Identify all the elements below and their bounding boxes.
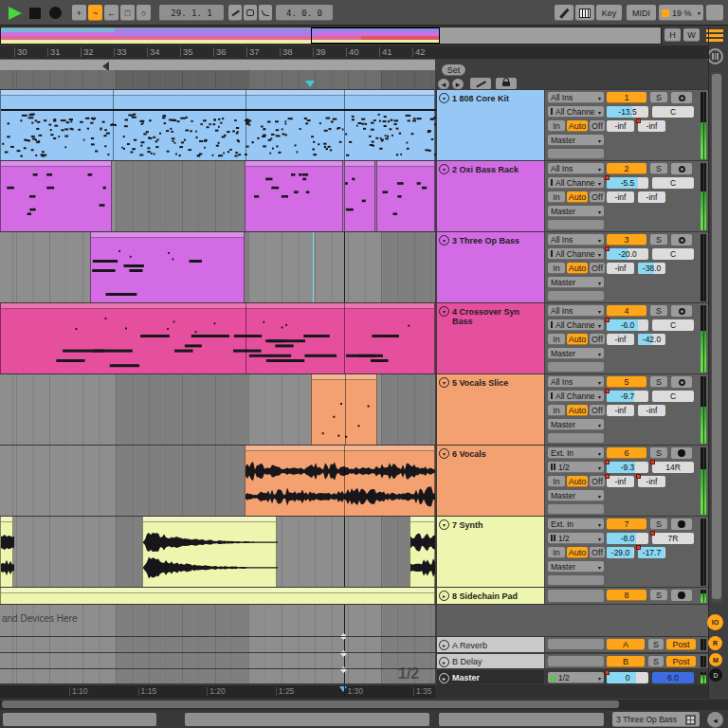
loop-button[interactable]	[244, 5, 257, 21]
send-a-box[interactable]: -inf	[607, 120, 634, 132]
solo-button[interactable]: S	[650, 519, 667, 530]
fold-icon[interactable]: ▸	[439, 640, 449, 650]
input-channel-chooser[interactable]: 1/2▾	[548, 462, 604, 473]
volume-box[interactable]: -9.7	[607, 391, 648, 402]
volume-box[interactable]: -6.0	[607, 319, 648, 331]
arrangement-position-display[interactable]: 29. 1. 1	[159, 5, 224, 21]
fold-icon[interactable]: ▾	[439, 377, 449, 388]
selected-track-chooser[interactable]: 3 Three Op Bass	[612, 712, 700, 727]
locator-marker-icon[interactable]	[305, 81, 315, 87]
master-volume[interactable]: 0	[607, 672, 648, 683]
monitor-auto-button[interactable]: Auto	[567, 263, 588, 274]
time-ruler[interactable]: 1:101:151:201:251:301:35	[0, 685, 435, 699]
output-chooser[interactable]: Master▾	[548, 277, 604, 288]
clip[interactable]	[410, 517, 435, 588]
clip[interactable]	[344, 161, 375, 232]
monitor-auto-button[interactable]: Auto	[567, 476, 588, 487]
capture-button[interactable]: ○	[136, 5, 151, 21]
punch-in-button[interactable]	[228, 5, 242, 21]
loop-length-display[interactable]: 4. 0. 0	[276, 5, 333, 21]
solo-button[interactable]: S	[650, 163, 667, 174]
vertical-scrollbar-handle[interactable]	[712, 74, 721, 599]
show-delay-toggle[interactable]: D	[709, 668, 722, 682]
volume-box[interactable]: -9.3	[607, 462, 648, 473]
return-a-solo-button[interactable]: S	[648, 639, 664, 650]
clip[interactable]	[245, 446, 435, 517]
send-b-box[interactable]: -inf	[638, 405, 665, 416]
volume-box[interactable]: -5.5	[607, 177, 648, 189]
solo-button[interactable]: S	[650, 376, 667, 388]
master-output-chooser[interactable]: 1/2 ▾	[548, 672, 604, 683]
track-activator[interactable]: 1	[607, 92, 646, 103]
return-a-header[interactable]: ▸ A Reverb	[437, 637, 544, 653]
track-activator[interactable]: 7	[607, 519, 646, 530]
automation-mode-button[interactable]: ~	[88, 5, 102, 21]
output-chooser[interactable]: Master▾	[548, 561, 604, 573]
re-enable-automation-button[interactable]: ←	[104, 5, 118, 21]
output-chooser[interactable]: Master▾	[548, 490, 604, 501]
clip[interactable]	[0, 517, 13, 588]
monitor-in-button[interactable]: In	[548, 120, 565, 132]
track-activator[interactable]: 3	[607, 234, 646, 246]
computer-midi-keyboard-button[interactable]	[575, 5, 594, 21]
send-b-box[interactable]: -inf	[638, 120, 665, 132]
input-type-chooser[interactable]: All Ins▾	[548, 92, 604, 103]
monitor-off-button[interactable]: Off	[590, 191, 605, 203]
pan-box[interactable]: C	[652, 319, 694, 331]
send-b-box[interactable]: -42.0	[638, 334, 665, 345]
fold-icon[interactable]: ▾	[439, 164, 449, 174]
cpu-load-meter[interactable]: 19 % ▾	[659, 5, 703, 21]
clip[interactable]	[142, 517, 277, 588]
track-activator[interactable]: 5	[607, 376, 646, 388]
monitor-off-button[interactable]: Off	[590, 120, 605, 132]
return-b-solo-button[interactable]: S	[648, 656, 664, 667]
fold-icon[interactable]: ▾	[439, 93, 449, 103]
return-a-io-box[interactable]	[548, 639, 604, 650]
monitor-auto-button[interactable]: Auto	[567, 405, 588, 416]
horizontal-scrollbar-handle[interactable]	[2, 701, 619, 708]
status-scroll-segment[interactable]	[3, 713, 156, 726]
height-zoom-button[interactable]: H	[664, 28, 681, 42]
output-chooser[interactable]: Master▾	[548, 419, 604, 430]
pan-box[interactable]: 14R	[652, 462, 694, 473]
arm-button[interactable]	[671, 234, 692, 246]
send-a-box[interactable]: -29.0	[607, 547, 634, 558]
pan-box[interactable]: C	[652, 391, 694, 402]
draw-mode-button[interactable]	[555, 5, 573, 21]
pan-box[interactable]: C	[652, 106, 694, 118]
fold-icon[interactable]: ▸	[439, 591, 449, 601]
solo-button[interactable]: S	[650, 305, 667, 317]
input-type-chooser[interactable]: All Ins▾	[548, 163, 604, 174]
return-b-header[interactable]: ▸ B Delay	[437, 654, 544, 669]
fold-icon[interactable]: ▾	[439, 448, 449, 459]
input-channel-chooser[interactable]: All Channe▾	[548, 319, 604, 331]
pan-box[interactable]: C	[652, 248, 694, 260]
arm-button[interactable]	[671, 376, 692, 388]
arm-button[interactable]	[671, 519, 692, 530]
monitor-off-button[interactable]: Off	[590, 405, 605, 416]
arrangement-overview[interactable]	[0, 27, 662, 45]
input-type-chooser[interactable]: All Ins▾	[548, 234, 604, 246]
monitor-in-button[interactable]: In	[548, 191, 565, 203]
track-header-3[interactable]: ▾3 Three Op Bass	[437, 232, 544, 303]
track-activator[interactable]: 2	[607, 163, 646, 174]
send-b-box[interactable]: -inf	[638, 191, 665, 203]
track-header-5[interactable]: ▾5 Vocals Slice	[437, 374, 544, 446]
show-returns-toggle[interactable]: R	[708, 636, 722, 650]
monitor-in-button[interactable]: In	[548, 476, 565, 487]
volume-box[interactable]: -8.0	[607, 533, 648, 544]
set-locator-button[interactable]: Set	[442, 64, 465, 76]
record-button[interactable]	[49, 7, 62, 19]
stop-button[interactable]	[29, 8, 41, 19]
show-mixer-toggle[interactable]: M	[709, 653, 722, 666]
monitor-in-button[interactable]: In	[548, 263, 565, 274]
arm-button[interactable]	[671, 590, 692, 601]
send-a-box[interactable]: -inf	[607, 405, 634, 416]
input-channel-chooser[interactable]: All Channe▾	[548, 248, 604, 260]
pan-box[interactable]: 7R	[652, 533, 694, 544]
track-header-7[interactable]: ▾7 Synth	[437, 517, 544, 588]
monitor-off-button[interactable]: Off	[590, 476, 605, 487]
return-a-activator[interactable]: A	[607, 639, 645, 650]
status-scroll-segment[interactable]	[185, 713, 429, 726]
arm-button[interactable]	[671, 163, 692, 174]
